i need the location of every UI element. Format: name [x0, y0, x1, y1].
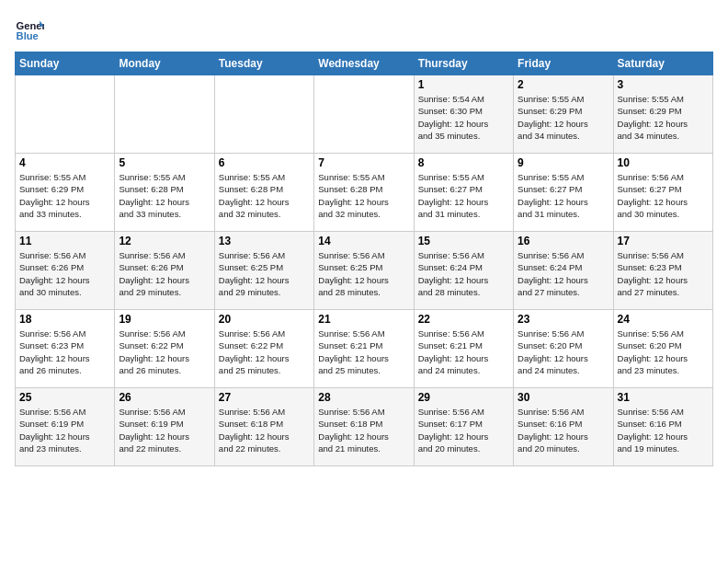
day-info: Sunrise: 5:56 AM Sunset: 6:19 PM Dayligh… — [19, 406, 110, 454]
day-info: Sunrise: 5:56 AM Sunset: 6:23 PM Dayligh… — [19, 327, 110, 376]
header-cell-monday: Monday — [115, 52, 214, 75]
day-number: 6 — [219, 156, 310, 169]
header-cell-friday: Friday — [514, 52, 613, 75]
calendar-cell: 30Sunrise: 5:56 AM Sunset: 6:16 PM Dayli… — [514, 388, 613, 466]
day-number: 7 — [318, 156, 409, 169]
day-info: Sunrise: 5:56 AM Sunset: 6:27 PM Dayligh… — [618, 171, 709, 220]
day-info: Sunrise: 5:56 AM Sunset: 6:22 PM Dayligh… — [119, 327, 210, 376]
day-number: 23 — [518, 313, 609, 326]
calendar-cell: 24Sunrise: 5:56 AM Sunset: 6:20 PM Dayli… — [613, 310, 712, 388]
calendar-cell: 19Sunrise: 5:56 AM Sunset: 6:22 PM Dayli… — [115, 310, 214, 388]
calendar-cell: 28Sunrise: 5:56 AM Sunset: 6:18 PM Dayli… — [314, 388, 414, 466]
day-number: 26 — [119, 391, 210, 404]
calendar-cell: 27Sunrise: 5:56 AM Sunset: 6:18 PM Dayli… — [214, 388, 313, 466]
calendar-week-1: 1Sunrise: 5:54 AM Sunset: 6:30 PM Daylig… — [16, 75, 713, 154]
calendar-cell — [314, 75, 414, 154]
calendar-cell — [115, 75, 214, 154]
calendar-cell: 7Sunrise: 5:55 AM Sunset: 6:28 PM Daylig… — [314, 154, 414, 232]
day-info: Sunrise: 5:56 AM Sunset: 6:16 PM Dayligh… — [518, 406, 609, 454]
day-number: 11 — [19, 235, 110, 247]
logo: General Blue — [15, 15, 48, 44]
calendar-cell: 21Sunrise: 5:56 AM Sunset: 6:21 PM Dayli… — [314, 310, 414, 388]
day-number: 30 — [518, 391, 609, 404]
day-number: 16 — [518, 235, 609, 247]
day-info: Sunrise: 5:56 AM Sunset: 6:26 PM Dayligh… — [19, 249, 110, 298]
calendar-cell: 26Sunrise: 5:56 AM Sunset: 6:19 PM Dayli… — [115, 388, 214, 466]
calendar-cell: 25Sunrise: 5:56 AM Sunset: 6:19 PM Dayli… — [16, 388, 115, 466]
calendar-cell: 12Sunrise: 5:56 AM Sunset: 6:26 PM Dayli… — [115, 232, 214, 310]
day-number: 9 — [518, 156, 609, 169]
day-info: Sunrise: 5:56 AM Sunset: 6:25 PM Dayligh… — [219, 249, 310, 298]
day-number: 21 — [318, 313, 409, 326]
day-info: Sunrise: 5:55 AM Sunset: 6:29 PM Dayligh… — [518, 93, 609, 142]
day-info: Sunrise: 5:56 AM Sunset: 6:16 PM Dayligh… — [618, 406, 709, 454]
day-info: Sunrise: 5:55 AM Sunset: 6:29 PM Dayligh… — [618, 93, 709, 142]
day-info: Sunrise: 5:56 AM Sunset: 6:21 PM Dayligh… — [318, 327, 409, 376]
day-number: 19 — [119, 313, 210, 326]
calendar-cell — [214, 75, 313, 154]
calendar-cell: 16Sunrise: 5:56 AM Sunset: 6:24 PM Dayli… — [514, 232, 613, 310]
header-cell-wednesday: Wednesday — [314, 52, 414, 75]
calendar-header: SundayMondayTuesdayWednesdayThursdayFrid… — [16, 52, 713, 75]
day-info: Sunrise: 5:56 AM Sunset: 6:18 PM Dayligh… — [318, 406, 409, 454]
day-info: Sunrise: 5:56 AM Sunset: 6:19 PM Dayligh… — [119, 406, 210, 454]
calendar-cell: 10Sunrise: 5:56 AM Sunset: 6:27 PM Dayli… — [613, 154, 712, 232]
day-number: 18 — [19, 313, 110, 326]
header-row: SundayMondayTuesdayWednesdayThursdayFrid… — [16, 52, 713, 75]
day-info: Sunrise: 5:55 AM Sunset: 6:29 PM Dayligh… — [19, 171, 110, 220]
day-info: Sunrise: 5:56 AM Sunset: 6:26 PM Dayligh… — [119, 249, 210, 298]
calendar-cell: 29Sunrise: 5:56 AM Sunset: 6:17 PM Dayli… — [414, 388, 513, 466]
calendar-cell: 15Sunrise: 5:56 AM Sunset: 6:24 PM Dayli… — [414, 232, 513, 310]
calendar-cell: 20Sunrise: 5:56 AM Sunset: 6:22 PM Dayli… — [214, 310, 313, 388]
calendar-cell: 9Sunrise: 5:55 AM Sunset: 6:27 PM Daylig… — [514, 154, 613, 232]
day-info: Sunrise: 5:56 AM Sunset: 6:24 PM Dayligh… — [518, 249, 609, 298]
day-number: 12 — [119, 235, 210, 247]
calendar-body: 1Sunrise: 5:54 AM Sunset: 6:30 PM Daylig… — [16, 75, 713, 466]
calendar-cell: 17Sunrise: 5:56 AM Sunset: 6:23 PM Dayli… — [613, 232, 712, 310]
day-number: 25 — [19, 391, 110, 404]
calendar-cell: 11Sunrise: 5:56 AM Sunset: 6:26 PM Dayli… — [16, 232, 115, 310]
day-number: 20 — [219, 313, 310, 326]
day-info: Sunrise: 5:55 AM Sunset: 6:28 PM Dayligh… — [219, 171, 310, 220]
day-info: Sunrise: 5:56 AM Sunset: 6:20 PM Dayligh… — [518, 327, 609, 376]
day-info: Sunrise: 5:54 AM Sunset: 6:30 PM Dayligh… — [418, 93, 509, 142]
calendar-cell: 3Sunrise: 5:55 AM Sunset: 6:29 PM Daylig… — [613, 75, 712, 154]
day-info: Sunrise: 5:56 AM Sunset: 6:20 PM Dayligh… — [618, 327, 709, 376]
day-info: Sunrise: 5:56 AM Sunset: 6:17 PM Dayligh… — [418, 406, 509, 454]
day-number: 14 — [318, 235, 409, 247]
calendar-cell: 8Sunrise: 5:55 AM Sunset: 6:27 PM Daylig… — [414, 154, 513, 232]
day-number: 3 — [618, 78, 709, 91]
calendar-cell: 5Sunrise: 5:55 AM Sunset: 6:28 PM Daylig… — [115, 154, 214, 232]
calendar-cell: 18Sunrise: 5:56 AM Sunset: 6:23 PM Dayli… — [16, 310, 115, 388]
day-number: 28 — [318, 391, 409, 404]
day-info: Sunrise: 5:56 AM Sunset: 6:25 PM Dayligh… — [318, 249, 409, 298]
day-number: 4 — [19, 156, 110, 169]
day-number: 24 — [618, 313, 709, 326]
day-info: Sunrise: 5:56 AM Sunset: 6:22 PM Dayligh… — [219, 327, 310, 376]
day-info: Sunrise: 5:55 AM Sunset: 6:27 PM Dayligh… — [518, 171, 609, 220]
header-cell-saturday: Saturday — [613, 52, 712, 75]
day-number: 27 — [219, 391, 310, 404]
day-info: Sunrise: 5:56 AM Sunset: 6:18 PM Dayligh… — [219, 406, 310, 454]
day-number: 2 — [518, 78, 609, 91]
day-number: 5 — [119, 156, 210, 169]
calendar-cell: 2Sunrise: 5:55 AM Sunset: 6:29 PM Daylig… — [514, 75, 613, 154]
header-cell-thursday: Thursday — [414, 52, 513, 75]
header-cell-sunday: Sunday — [16, 52, 115, 75]
calendar-cell: 6Sunrise: 5:55 AM Sunset: 6:28 PM Daylig… — [214, 154, 313, 232]
day-number: 15 — [418, 235, 509, 247]
calendar-cell: 14Sunrise: 5:56 AM Sunset: 6:25 PM Dayli… — [314, 232, 414, 310]
day-info: Sunrise: 5:56 AM Sunset: 6:21 PM Dayligh… — [418, 327, 509, 376]
header: General Blue — [15, 15, 713, 44]
day-info: Sunrise: 5:56 AM Sunset: 6:24 PM Dayligh… — [418, 249, 509, 298]
calendar-cell: 13Sunrise: 5:56 AM Sunset: 6:25 PM Dayli… — [214, 232, 313, 310]
calendar-cell: 22Sunrise: 5:56 AM Sunset: 6:21 PM Dayli… — [414, 310, 513, 388]
day-number: 17 — [618, 235, 709, 247]
calendar-table: SundayMondayTuesdayWednesdayThursdayFrid… — [15, 52, 713, 466]
day-info: Sunrise: 5:55 AM Sunset: 6:27 PM Dayligh… — [418, 171, 509, 220]
calendar-week-2: 4Sunrise: 5:55 AM Sunset: 6:29 PM Daylig… — [16, 154, 713, 232]
day-info: Sunrise: 5:55 AM Sunset: 6:28 PM Dayligh… — [318, 171, 409, 220]
day-number: 8 — [418, 156, 509, 169]
calendar-cell: 23Sunrise: 5:56 AM Sunset: 6:20 PM Dayli… — [514, 310, 613, 388]
day-number: 22 — [418, 313, 509, 326]
